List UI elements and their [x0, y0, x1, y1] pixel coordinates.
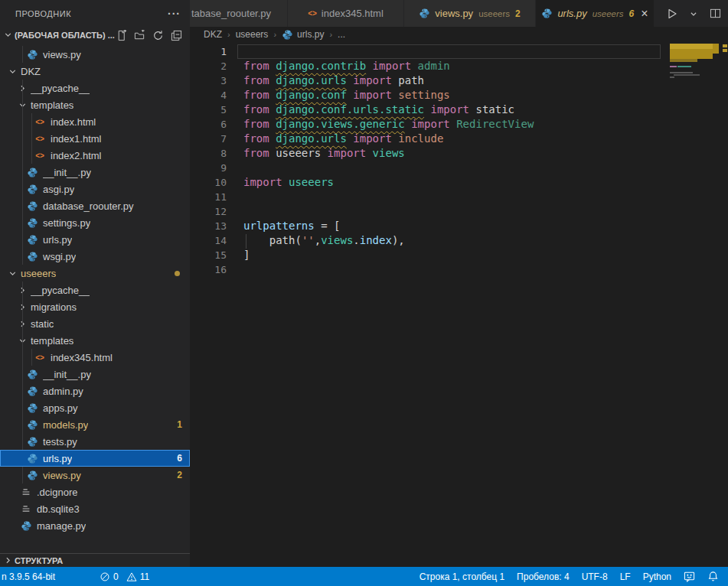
code-line-2[interactable]: 2from django.contrib import admin — [190, 59, 728, 73]
tree-item-static[interactable]: static — [0, 315, 190, 332]
tree-item-migrations[interactable]: migrations — [0, 298, 190, 315]
code-line-10[interactable]: 10import useeers — [190, 175, 728, 190]
breadcrumb-label: useeers — [236, 29, 269, 40]
tree-item-settings.py[interactable]: settings.py — [0, 214, 190, 231]
refresh-icon[interactable] — [152, 29, 165, 42]
tree-item-.dcignore[interactable]: .dcignore — [0, 483, 190, 500]
tree-item-__pycache__[interactable]: __pycache__ — [0, 80, 190, 96]
tab-tabase_roouter.py[interactable]: tabase_roouter.py — [190, 0, 288, 27]
code-line-4[interactable]: 4from django.conf import settings — [190, 88, 728, 103]
line-number: 12 — [190, 204, 237, 219]
split-editor-button[interactable] — [707, 5, 723, 22]
tree-item-database_roouter.py[interactable]: database_roouter.py — [0, 197, 190, 214]
tab-label: views.py — [435, 8, 473, 19]
run-dropdown-button[interactable] — [685, 5, 702, 22]
warning-count: 11 — [140, 571, 149, 582]
tree-item-__init__.py[interactable]: __init__.py — [0, 366, 190, 383]
code-line-8[interactable]: 8from useeers import views — [190, 146, 728, 161]
html-icon: <> — [34, 151, 46, 160]
feedback-button[interactable] — [677, 567, 701, 586]
code-line-5[interactable]: 5from django.conf.urls.static import sta… — [190, 103, 728, 117]
breadcrumb-item-urls.py[interactable]: urls.py — [282, 29, 324, 41]
explorer-more-actions-button[interactable]: ··· — [168, 8, 181, 20]
tab-urls.py[interactable]: urls.pyuseeers6× — [536, 0, 655, 27]
tree-item-label: views.py — [43, 49, 81, 60]
tree-item-urls.py[interactable]: urls.py6 — [0, 450, 190, 467]
breadcrumb-label: DKZ — [204, 29, 222, 40]
minimap[interactable] — [668, 44, 720, 533]
tree-item-index345.html[interactable]: <>index345.html — [0, 349, 190, 366]
code-editor[interactable]: 12from django.contrib import admin3from … — [190, 42, 728, 567]
tree-item-useeers[interactable]: useeers — [0, 265, 190, 282]
tab-index345.html[interactable]: <>index345.html — [288, 0, 404, 27]
code-line-9[interactable]: 9 — [190, 161, 728, 175]
tree-item-label: settings.py — [43, 217, 90, 229]
line-number: 10 — [190, 175, 237, 190]
language-mode-status[interactable]: Python — [637, 567, 677, 586]
explorer-title: ПРОВОДНИК — [15, 9, 168, 18]
tree-item-manage.py[interactable]: manage.py — [0, 517, 190, 534]
code-line-15[interactable]: 15] — [190, 248, 728, 262]
feedback-icon — [684, 571, 695, 582]
tree-item-urls.py[interactable]: urls.py — [0, 231, 190, 248]
line-content — [237, 190, 661, 204]
tree-item-apps.py[interactable]: apps.py — [0, 399, 190, 416]
code-line-7[interactable]: 7from django.urls import include — [190, 132, 728, 146]
code-line-1[interactable]: 1 — [190, 44, 728, 59]
tree-item-models.py[interactable]: models.py1 — [0, 416, 190, 433]
tree-item-views.py[interactable]: views.py2 — [0, 467, 190, 483]
tree-item-tests.py[interactable]: tests.py — [0, 433, 190, 450]
run-button[interactable] — [664, 5, 681, 22]
python-icon — [26, 419, 38, 431]
encoding-status[interactable]: UTF-8 — [576, 567, 614, 586]
indentation-status[interactable]: Пробелов: 4 — [511, 567, 576, 586]
code-line-13[interactable]: 13urlpatterns = [ — [190, 219, 728, 233]
tree-item-db.sqlite3[interactable]: db.sqlite3 — [0, 500, 190, 517]
new-folder-icon[interactable] — [133, 29, 146, 42]
tree-item-templates[interactable]: templates — [0, 96, 190, 113]
line-number: 2 — [190, 59, 237, 73]
cursor-position-status[interactable]: Строка 1, столбец 1 — [413, 567, 511, 586]
code-line-12[interactable]: 12 — [190, 204, 728, 219]
line-number: 9 — [190, 161, 237, 175]
tree-item-views.py[interactable]: views.py — [0, 46, 190, 63]
code-line-3[interactable]: 3from django.urls import path — [190, 73, 728, 88]
collapse-all-icon[interactable] — [170, 29, 183, 42]
python-icon — [26, 200, 38, 212]
tree-item-index.html[interactable]: <>index.html — [0, 113, 190, 130]
eol-status[interactable]: LF — [614, 567, 637, 586]
breadcrumb-item-useeers[interactable]: useeers — [236, 29, 269, 40]
problems-count-badge: 6 — [177, 453, 182, 464]
workspace-section-label: (РАБОЧАЯ ОБЛАСТЬ) ... — [15, 31, 115, 40]
code-line-14[interactable]: 14 path('',views.index), — [190, 233, 728, 248]
workspace-section-header[interactable]: (РАБОЧАЯ ОБЛАСТЬ) ... — [0, 27, 190, 44]
explorer-sidebar: (РАБОЧАЯ ОБЛАСТЬ) ... views.pyDKZ__pycac… — [0, 27, 190, 567]
tree-item-index1.html[interactable]: <>index1.html — [0, 130, 190, 147]
outline-section-header[interactable]: СТРУКТУРА — [0, 553, 190, 567]
tree-item-templates[interactable]: templates — [0, 332, 190, 349]
new-file-icon[interactable] — [115, 29, 128, 42]
tree-item-label: db.sqlite3 — [37, 503, 80, 515]
tree-item-__pycache__[interactable]: __pycache__ — [0, 282, 190, 298]
code-line-16[interactable]: 16 — [190, 262, 728, 277]
tab-views.py[interactable]: views.pyuseeers2 — [404, 0, 536, 27]
tree-item-__init__.py[interactable]: __init__.py — [0, 164, 190, 181]
problems-indicator[interactable]: 0 11 — [93, 567, 155, 586]
breadcrumb-item-DKZ[interactable]: DKZ — [204, 29, 222, 40]
python-icon — [419, 8, 430, 19]
python-interpreter-status[interactable]: n 3.9.5 64-bit — [0, 567, 61, 586]
close-tab-button[interactable]: × — [641, 8, 648, 20]
code-line-11[interactable]: 11 — [190, 190, 728, 204]
python-icon — [26, 167, 38, 178]
code-line-6[interactable]: 6from django.views.generic import Redire… — [190, 117, 728, 132]
tree-item-index2.html[interactable]: <>index2.html — [0, 147, 190, 164]
tree-item-DKZ[interactable]: DKZ — [0, 63, 190, 80]
line-number: 6 — [190, 117, 237, 132]
line-content — [237, 204, 661, 219]
breadcrumb-item-...[interactable]: ... — [338, 29, 345, 40]
tree-item-admin.py[interactable]: admin.py — [0, 383, 190, 399]
tree-item-asgi.py[interactable]: asgi.py — [0, 181, 190, 197]
tree-item-wsgi.py[interactable]: wsgi.py — [0, 248, 190, 265]
line-content — [237, 161, 661, 175]
notifications-bell-button[interactable] — [701, 567, 725, 586]
